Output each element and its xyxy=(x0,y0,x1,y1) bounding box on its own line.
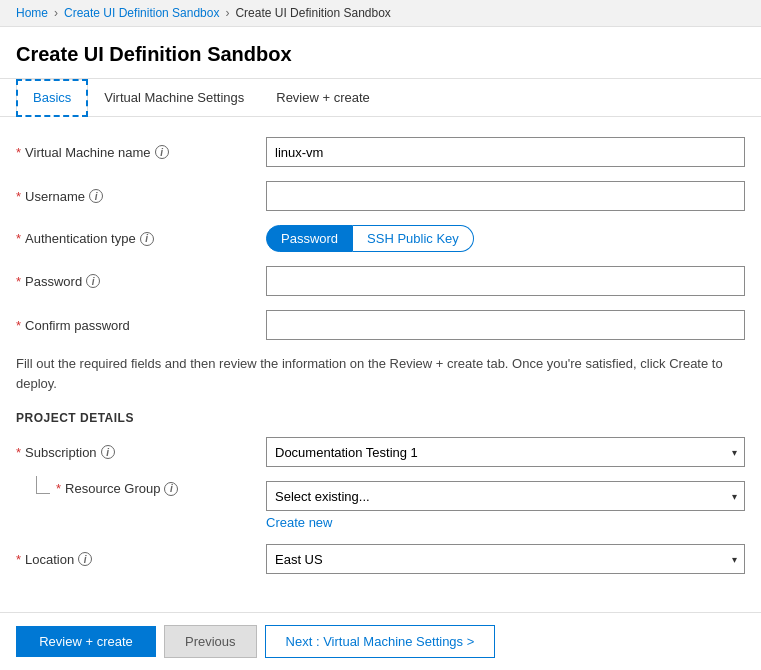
auth-ssh-btn[interactable]: SSH Public Key xyxy=(353,225,474,252)
resource-group-indent: * Resource Group i xyxy=(16,481,266,496)
vm-name-label: * Virtual Machine name i xyxy=(16,145,266,160)
tab-vm-settings[interactable]: Virtual Machine Settings xyxy=(88,79,260,117)
subscription-select-wrapper: Documentation Testing 1 ▾ xyxy=(266,437,745,467)
username-input[interactable] xyxy=(266,181,745,211)
breadcrumb-parent[interactable]: Create UI Definition Sandbox xyxy=(64,6,219,20)
vm-name-row: * Virtual Machine name i xyxy=(16,137,745,167)
auth-info-icon[interactable]: i xyxy=(140,232,154,246)
username-label: * Username i xyxy=(16,189,266,204)
tab-basics[interactable]: Basics xyxy=(16,79,88,117)
subscription-label: * Subscription i xyxy=(16,445,266,460)
password-required: * xyxy=(16,274,21,289)
password-input[interactable] xyxy=(266,266,745,296)
location-label: * Location i xyxy=(16,552,266,567)
breadcrumb-home[interactable]: Home xyxy=(16,6,48,20)
breadcrumb-sep-2: › xyxy=(225,6,229,20)
password-label: * Password i xyxy=(16,274,266,289)
rg-select-wrapper: Select existing... ▾ xyxy=(266,481,745,511)
location-row: * Location i East US ▾ xyxy=(16,544,745,574)
breadcrumb-sep-1: › xyxy=(54,6,58,20)
subscription-info-icon[interactable]: i xyxy=(101,445,115,459)
rg-indent-line xyxy=(36,476,50,494)
location-select[interactable]: East US xyxy=(266,544,745,574)
username-row: * Username i xyxy=(16,181,745,211)
vm-name-input[interactable] xyxy=(266,137,745,167)
tab-review-create[interactable]: Review + create xyxy=(260,79,386,117)
previous-button[interactable]: Previous xyxy=(164,625,257,658)
info-text: Fill out the required fields and then re… xyxy=(16,354,745,393)
create-new-link[interactable]: Create new xyxy=(266,515,745,530)
username-info-icon[interactable]: i xyxy=(89,189,103,203)
confirm-password-input[interactable] xyxy=(266,310,745,340)
auth-toggle: Password SSH Public Key xyxy=(266,225,474,252)
auth-required: * xyxy=(16,231,21,246)
loc-required: * xyxy=(16,552,21,567)
username-required: * xyxy=(16,189,21,204)
breadcrumb: Home › Create UI Definition Sandbox › Cr… xyxy=(0,0,761,27)
location-select-wrapper: East US ▾ xyxy=(266,544,745,574)
resource-group-select[interactable]: Select existing... xyxy=(266,481,745,511)
auth-type-row: * Authentication type i Password SSH Pub… xyxy=(16,225,745,252)
sub-required: * xyxy=(16,445,21,460)
confirm-password-row: * Confirm password xyxy=(16,310,745,340)
page-title: Create UI Definition Sandbox xyxy=(16,43,745,66)
vm-name-required: * xyxy=(16,145,21,160)
breadcrumb-current: Create UI Definition Sandbox xyxy=(235,6,390,20)
rg-info-icon[interactable]: i xyxy=(164,482,178,496)
rg-required: * xyxy=(56,481,61,496)
footer-bar: Review + create Previous Next : Virtual … xyxy=(0,612,761,670)
password-row: * Password i xyxy=(16,266,745,296)
resource-group-right: Select existing... ▾ Create new xyxy=(266,481,745,530)
subscription-row: * Subscription i Documentation Testing 1… xyxy=(16,437,745,467)
review-create-button[interactable]: Review + create xyxy=(16,626,156,657)
next-button[interactable]: Next : Virtual Machine Settings > xyxy=(265,625,496,658)
password-info-icon[interactable]: i xyxy=(86,274,100,288)
confirm-required: * xyxy=(16,318,21,333)
resource-group-label: * Resource Group i xyxy=(56,481,178,496)
content-area: * Virtual Machine name i * Username i * … xyxy=(0,117,761,658)
confirm-password-label: * Confirm password xyxy=(16,318,266,333)
location-info-icon[interactable]: i xyxy=(78,552,92,566)
tabs-bar: Basics Virtual Machine Settings Review +… xyxy=(0,79,761,117)
vm-name-info-icon[interactable]: i xyxy=(155,145,169,159)
auth-password-btn[interactable]: Password xyxy=(266,225,353,252)
page-header: Create UI Definition Sandbox xyxy=(0,27,761,79)
project-details-label: PROJECT DETAILS xyxy=(16,411,745,425)
resource-group-row: * Resource Group i Select existing... ▾ … xyxy=(16,481,745,530)
auth-type-label: * Authentication type i xyxy=(16,231,266,246)
subscription-select[interactable]: Documentation Testing 1 xyxy=(266,437,745,467)
